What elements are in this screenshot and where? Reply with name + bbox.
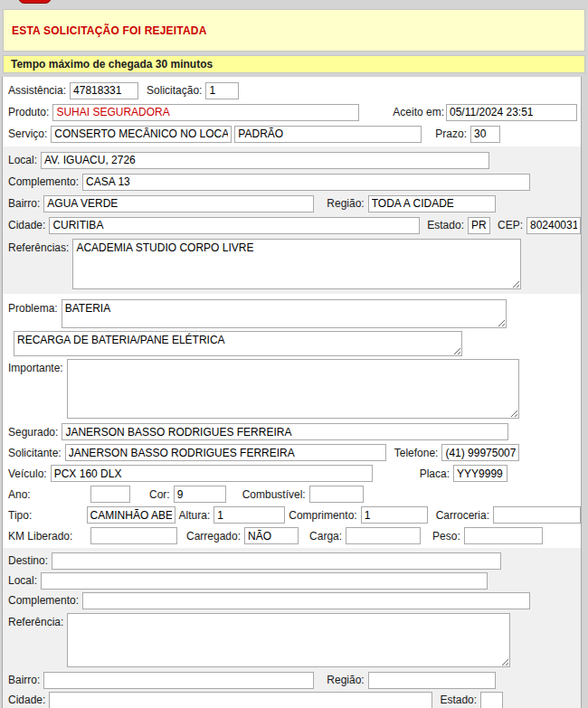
produto-label: Produto: (8, 106, 49, 118)
aceito-em-label: Aceito em: (393, 106, 444, 118)
produto-input[interactable] (52, 104, 359, 121)
local-label: Local: (8, 154, 37, 166)
tipo-input[interactable] (87, 506, 175, 524)
row-local: Local: (3, 149, 581, 171)
carga-input[interactable] (346, 527, 421, 544)
peso-label: Peso: (432, 530, 460, 543)
problema-textarea[interactable] (62, 299, 507, 328)
carregado-input[interactable] (244, 527, 299, 544)
max-arrival-time-banner: Tempo máximo de chegada 30 minutos (3, 55, 585, 73)
bairro-input[interactable] (43, 195, 314, 212)
ano-input[interactable] (90, 486, 130, 503)
section-request-ids: Assistência: Solicitação: Produto: Aceit… (3, 77, 581, 146)
importante-label: Importante: (8, 359, 63, 374)
regiao-input[interactable] (368, 195, 496, 212)
peso-input[interactable] (464, 527, 543, 544)
complemento-input[interactable] (82, 174, 530, 191)
bairro-label: Bairro: (8, 197, 40, 210)
row-solicitante-telefone: Solicitante: Telefone: (3, 442, 581, 463)
cep-label: CEP: (498, 219, 523, 231)
solicitante-input[interactable] (65, 444, 386, 461)
destino-label: Destino: (8, 554, 48, 567)
cor-input[interactable] (174, 486, 226, 503)
destino-complemento-input[interactable] (82, 592, 530, 609)
destino-cidade-input[interactable] (49, 692, 432, 708)
aceito-em-input[interactable] (446, 104, 577, 121)
row-servico: Serviço: Prazo: (3, 123, 581, 145)
destino-bairro-input[interactable] (43, 672, 314, 689)
row-problema-detalhe (3, 331, 581, 356)
estado-input[interactable] (468, 217, 490, 234)
km-liberado-input[interactable] (90, 527, 177, 544)
referencias-textarea[interactable] (72, 239, 521, 289)
local-input[interactable] (41, 152, 489, 169)
solicitante-label: Solicitante: (8, 447, 62, 459)
telefone-label: Telefone: (394, 447, 439, 459)
carroceria-label: Carroceria: (436, 509, 489, 522)
destino-input[interactable] (52, 552, 501, 570)
combustivel-input[interactable] (309, 486, 364, 503)
tipo-label: Tipo: (8, 509, 87, 522)
destino-regiao-input[interactable] (368, 672, 496, 689)
row-destino-bairro-regiao: Bairro: Região: (3, 670, 581, 690)
placa-input[interactable] (453, 465, 507, 482)
comprimento-input[interactable] (361, 506, 428, 524)
row-destino-local: Local: (3, 571, 581, 590)
row-tipo-dimensoes: Tipo: Altura: Comprimento: Carroceria: (3, 505, 581, 525)
destino-complemento-label: Complemento: (8, 594, 79, 607)
prazo-label: Prazo: (435, 127, 467, 140)
segurado-label: Segurado: (8, 426, 58, 439)
servico-tipo-input[interactable] (234, 126, 422, 143)
cor-label: Cor: (149, 488, 170, 501)
altura-input[interactable] (213, 506, 285, 524)
cidade-label: Cidade: (8, 219, 45, 231)
row-produto: Produto: Aceito em: (3, 101, 581, 123)
rejection-alert-banner: ESTA SOLICITAÇÃO FOI REJEITADA (3, 9, 585, 52)
combustivel-label: Combustível: (242, 488, 306, 501)
carroceria-input[interactable] (493, 506, 581, 524)
importante-textarea[interactable] (67, 359, 519, 419)
carga-label: Carga: (309, 530, 342, 543)
servico-label: Serviço: (8, 127, 47, 140)
destino-local-input[interactable] (41, 572, 488, 590)
row-veiculo-placa: Veículo: Placa: (3, 463, 581, 484)
destino-local-label: Local: (8, 574, 37, 587)
destino-estado-label: Estado: (440, 694, 477, 706)
veiculo-label: Veículo: (8, 467, 47, 480)
rejection-alert-text: ESTA SOLICITAÇÃO FOI REJEITADA (4, 24, 207, 37)
problema-detalhe-textarea[interactable] (14, 331, 462, 356)
servico-input[interactable] (51, 126, 232, 143)
carregado-label: Carregado: (186, 530, 241, 543)
row-assistencia: Assistência: Solicitação: (3, 80, 581, 101)
row-bairro-regiao: Bairro: Região: (3, 193, 581, 214)
section-origin-address: Local: Complemento: Bairro: Região: Cida… (3, 146, 581, 294)
destino-estado-input[interactable] (480, 692, 503, 708)
prazo-input[interactable] (470, 126, 500, 143)
assistencia-label: Assistência: (8, 84, 66, 97)
segurado-input[interactable] (62, 423, 508, 440)
service-request-form: Assistência: Solicitação: Produto: Aceit… (2, 77, 582, 708)
solicitacao-label: Solicitação: (147, 84, 202, 97)
row-ano-cor-combustivel: Ano: Cor: Combustível: (3, 484, 581, 505)
cep-input[interactable] (526, 217, 581, 234)
destino-referencia-label: Referência: (8, 613, 63, 628)
solicitacao-input[interactable] (205, 82, 239, 99)
row-cidade-estado-cep: Cidade: Estado: CEP: (3, 214, 581, 236)
red-pill-icon (18, 0, 52, 4)
destino-referencia-textarea[interactable] (67, 613, 510, 667)
destino-regiao-label: Região: (327, 674, 364, 686)
row-destino-complemento: Complemento: (3, 590, 581, 610)
row-importante: Importante: (3, 359, 581, 419)
row-complemento: Complemento: (3, 171, 581, 193)
destino-cidade-label: Cidade: (8, 694, 45, 706)
section-problem-vehicle: Problema: Importante: Segurado: Solicita… (3, 294, 581, 548)
row-destino-referencia: Referência: (3, 613, 581, 667)
max-arrival-time-text: Tempo máximo de chegada 30 minutos (4, 58, 213, 71)
veiculo-input[interactable] (51, 465, 373, 482)
destino-bairro-label: Bairro: (8, 674, 40, 686)
ano-label: Ano: (8, 488, 90, 501)
telefone-input[interactable] (441, 444, 519, 461)
assistencia-input[interactable] (70, 82, 138, 99)
cidade-input[interactable] (49, 217, 420, 234)
altura-label: Altura: (179, 509, 211, 522)
